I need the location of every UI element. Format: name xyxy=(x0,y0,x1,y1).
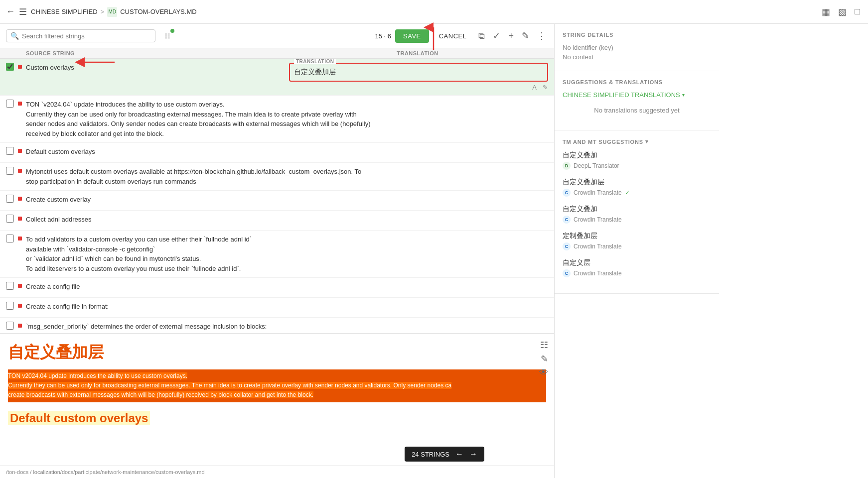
preview-edit-icon[interactable]: ✎ xyxy=(541,354,548,364)
save-button[interactable]: SAVE xyxy=(395,29,429,43)
spellcheck-icon[interactable]: A xyxy=(532,84,537,91)
row-content: `msg_sender_priority` determines the ord… xyxy=(26,322,548,332)
add-icon[interactable]: + xyxy=(506,29,516,43)
layout-icon-3[interactable]: □ xyxy=(853,4,862,19)
preview-area: 自定义叠加层 TON v2024.04 update introduces th… xyxy=(0,333,554,443)
pagination-next[interactable]: → xyxy=(469,450,477,459)
left-panel: 🔍 ☷ 15 · 6 SAVE CANCEL ⧉ ✓ + ✎ ⋮ xyxy=(0,24,555,478)
row-checkbox[interactable] xyxy=(6,215,14,223)
translation-text: 自定义叠加层 xyxy=(294,68,336,76)
file-path: /ton-docs / localization/docs/participat… xyxy=(6,469,205,475)
breadcrumb-project[interactable]: CHINESE SIMPLIFIED xyxy=(31,8,98,15)
string-row: Custom overlaysTRANSLATION自定义叠加层A✎ xyxy=(0,59,554,96)
string-details-section: STRING DETAILS No identifier (key) No co… xyxy=(555,24,719,71)
suggestion-source: CCrowdin Translate xyxy=(563,216,711,224)
source-icon: C xyxy=(563,189,571,197)
no-identifier: No identifier (key) xyxy=(563,44,711,51)
status-indicator xyxy=(18,284,22,288)
suggestion-source: CCrowdin Translate✓ xyxy=(563,189,711,197)
edit-icon[interactable]: ✎ xyxy=(520,28,531,43)
breadcrumb-sep: > xyxy=(101,8,105,15)
filter-button[interactable]: ☷ xyxy=(159,28,175,44)
source-header: SOURCE STRING xyxy=(26,50,287,56)
more-icon[interactable]: ⋮ xyxy=(535,28,548,43)
string-row: Collect adnl addresses xyxy=(0,211,554,231)
tm-chevron-icon: ▾ xyxy=(645,138,649,145)
suggestions-list: 自定义叠加DDeepL Translator自定义叠加层CCrowdin Tra… xyxy=(563,151,711,277)
row-checkbox[interactable] xyxy=(6,282,14,290)
row-content: Collect adnl addresses xyxy=(26,215,548,225)
status-indicator xyxy=(18,102,22,106)
source-icon: C xyxy=(563,216,571,224)
suggestion-item[interactable]: 自定义叠加层CCrowdin Translate✓ xyxy=(563,178,711,197)
breadcrumb: CHINESE SIMPLIFIED > MD CUSTOM-OVERLAYS.… xyxy=(31,7,197,17)
status-indicator xyxy=(18,324,22,328)
copy-icon[interactable]: ⧉ xyxy=(476,29,487,43)
chinese-simplified-translations-link[interactable]: CHINESE SIMPLIFIED TRANSLATIONS ▾ xyxy=(563,91,711,99)
main-layout: 🔍 ☷ 15 · 6 SAVE CANCEL ⧉ ✓ + ✎ ⋮ xyxy=(0,24,868,478)
toolbar-right: 15 · 6 SAVE CANCEL ⧉ ✓ + ✎ ⋮ xyxy=(375,28,548,43)
row-checkbox[interactable] xyxy=(6,302,14,310)
string-row: Default custom overlays xyxy=(0,143,554,163)
suggestion-item[interactable]: 自定义层CCrowdin Translate xyxy=(563,258,711,277)
file-name: CUSTOM-OVERLAYS.MD xyxy=(120,8,196,15)
source-label: Crowdin Translate xyxy=(574,270,622,277)
source-text: Create a config file in format: xyxy=(26,302,548,312)
filter-active-dot xyxy=(170,29,174,33)
row-checkbox[interactable] xyxy=(6,167,14,175)
layout-icon-1[interactable]: ▦ xyxy=(820,4,832,19)
bottom-bar: /ton-docs / localization/docs/participat… xyxy=(0,466,554,478)
search-box[interactable]: 🔍 xyxy=(6,29,155,42)
back-button[interactable]: ← xyxy=(6,6,15,17)
string-row: Create custom overlay xyxy=(0,191,554,211)
row-content: Create a config file xyxy=(26,282,548,292)
string-row: `msg_sender_priority` determines the ord… xyxy=(0,318,554,333)
row-content: TON `v2024.04` update introduces the abi… xyxy=(26,100,548,138)
suggestion-item[interactable]: 自定义叠加DDeepL Translator xyxy=(563,151,711,170)
row-checkbox[interactable] xyxy=(6,235,14,242)
source-text: To add validators to a custom overlay yo… xyxy=(26,235,548,273)
suggestion-item[interactable]: 定制叠加层CCrowdin Translate xyxy=(563,232,711,250)
preview-title: 自定义叠加层 xyxy=(8,342,546,363)
pagination-container: 24 STRINGS ← → xyxy=(0,443,554,466)
edit-translation-icon[interactable]: ✎ xyxy=(543,84,548,91)
preview-grid-icon[interactable]: ☷ xyxy=(540,340,548,351)
layout-icon-2[interactable]: ▧ xyxy=(836,4,849,19)
tm-mt-title[interactable]: TM AND MT SUGGESTIONS ▾ xyxy=(563,138,711,145)
search-input[interactable] xyxy=(22,32,151,40)
source-text: `msg_sender_priority` determines the ord… xyxy=(26,322,548,332)
row-checkbox[interactable] xyxy=(6,63,14,71)
row-checkbox[interactable] xyxy=(6,147,14,155)
row-content: Custom overlaysTRANSLATION自定义叠加层A✎ xyxy=(26,63,548,91)
translation-box[interactable]: TRANSLATION自定义叠加层 xyxy=(289,63,548,82)
status-indicator xyxy=(18,197,22,201)
search-icon: 🔍 xyxy=(10,32,19,40)
verified-badge: ✓ xyxy=(625,189,630,196)
source-text: Create a config file xyxy=(26,282,548,292)
row-checkbox[interactable] xyxy=(6,195,14,203)
no-context: No context xyxy=(563,53,711,61)
cancel-button[interactable]: CANCEL xyxy=(433,29,473,43)
row-content: Create custom overlay xyxy=(26,195,548,205)
row-checkbox[interactable] xyxy=(6,322,14,330)
topbar-right: ▦ ▧ □ xyxy=(820,4,862,19)
pagination-area: 24 STRINGS ← → xyxy=(0,443,554,466)
tm-mt-section: TM AND MT SUGGESTIONS ▾ 自定义叠加DDeepL Tran… xyxy=(555,130,719,294)
status-indicator xyxy=(18,169,22,173)
check-icon[interactable]: ✓ xyxy=(491,28,502,43)
pagination-prev[interactable]: ← xyxy=(455,450,463,459)
source-text: TON `v2024.04` update introduces the abi… xyxy=(26,100,548,138)
row-checkbox[interactable] xyxy=(6,100,14,108)
filter-icon: ☷ xyxy=(164,32,170,40)
preview-highlight-block: TON v2024.04 update introduces the abili… xyxy=(8,369,546,402)
row-content: To add validators to a custom overlay yo… xyxy=(26,235,548,273)
source-icon: C xyxy=(563,242,571,250)
topbar: ← ☰ CHINESE SIMPLIFIED > MD CUSTOM-OVERL… xyxy=(0,0,868,24)
source-icon: D xyxy=(563,162,571,170)
suggestion-item[interactable]: 自定义叠加CCrowdin Translate xyxy=(563,205,711,224)
status-indicator xyxy=(18,149,22,153)
row-content: Mytonctrl uses default custom overlays a… xyxy=(26,167,548,186)
menu-button[interactable]: ☰ xyxy=(19,6,27,17)
preview-eye-icon[interactable]: 👁 xyxy=(539,367,548,378)
source-label: DeepL Translator xyxy=(574,162,619,169)
